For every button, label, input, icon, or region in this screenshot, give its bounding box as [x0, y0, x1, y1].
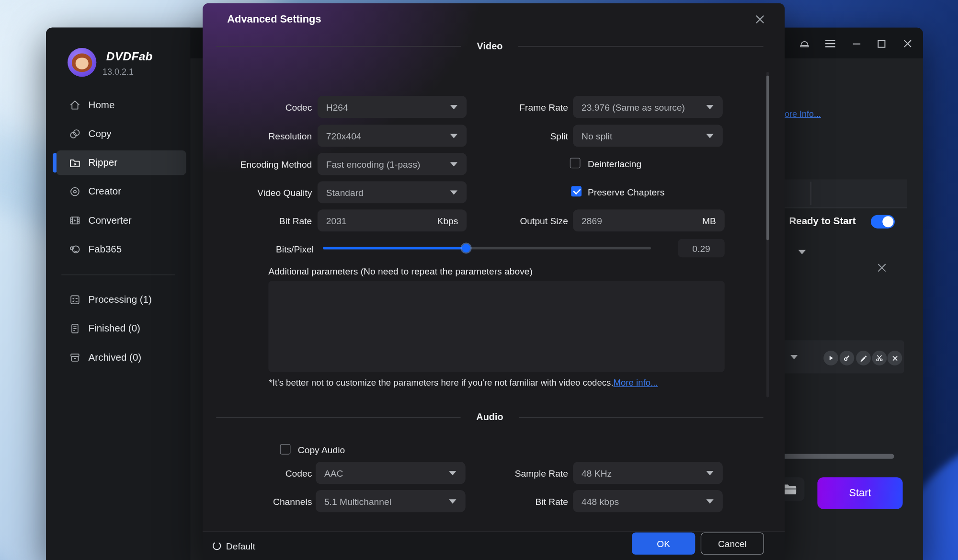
channels-select[interactable]: 5.1 Multichannel — [316, 490, 466, 512]
ripper-icon — [69, 157, 81, 169]
bitrate-input[interactable]: 2031Kbps — [318, 209, 467, 231]
codec-label: Codec — [221, 102, 312, 113]
bitrate-unit: Kbps — [437, 215, 458, 226]
video-quality-label: Video Quality — [221, 187, 312, 198]
additional-params-label: Additional parameters (No need to repeat… — [268, 266, 533, 276]
chevron-down-icon — [449, 499, 456, 503]
framerate-label: Frame Rate — [457, 102, 568, 113]
sidebar-item-copy[interactable]: Copy — [46, 122, 190, 146]
deinterlacing-checkbox[interactable] — [570, 158, 581, 168]
chevron-down-icon — [706, 134, 713, 138]
sample-rate-select[interactable]: 48 KHz — [573, 462, 723, 484]
processing-list-icon — [69, 294, 81, 306]
chevron-down-icon[interactable] — [790, 355, 798, 359]
resolution-label: Resolution — [221, 131, 312, 142]
sidebar: DVDFab 13.0.2.1 Home Copy Ripper Creator — [46, 28, 190, 560]
slider-thumb[interactable] — [462, 244, 470, 252]
preserve-chapters-checkbox[interactable] — [571, 186, 582, 196]
minimize-icon[interactable] — [851, 37, 863, 50]
output-size-label: Output Size — [457, 216, 568, 227]
dialog-title: Advanced Settings — [227, 13, 321, 26]
finished-doc-icon — [69, 322, 81, 335]
audio-section-title: Audio — [476, 411, 503, 423]
close-window-icon[interactable] — [901, 37, 914, 50]
default-reset-button[interactable]: Default — [211, 537, 255, 555]
edit-pencil-button[interactable] — [856, 351, 871, 366]
ok-button[interactable]: OK — [632, 533, 695, 555]
dialog-scrollbar[interactable] — [766, 72, 769, 397]
copy-audio-checkbox[interactable] — [280, 444, 291, 455]
codec-note: *It's better not to customize the parame… — [269, 377, 658, 388]
copy-audio-label: Copy Audio — [298, 445, 345, 455]
bits-pixel-slider[interactable] — [323, 247, 651, 249]
membership-crown-icon[interactable] — [798, 37, 811, 50]
ready-toggle[interactable] — [871, 215, 895, 229]
dialog-footer: Default OK Cancel — [203, 531, 785, 560]
sidebar-item-archived[interactable]: Archived (0) — [46, 345, 190, 370]
chevron-down-icon[interactable] — [798, 250, 806, 254]
video-section-title: Video — [477, 41, 503, 52]
dvdfab-logo — [68, 48, 96, 77]
sidebar-item-home[interactable]: Home — [46, 93, 190, 117]
codec-select[interactable]: H264 — [318, 96, 467, 118]
more-info-link[interactable]: More info... — [614, 377, 658, 388]
scrollbar-thumb[interactable] — [766, 76, 769, 240]
sidebar-item-creator[interactable]: Creator — [46, 179, 190, 204]
audio-bitrate-select[interactable]: 448 kbps — [573, 490, 723, 512]
chevron-down-icon — [450, 190, 457, 194]
video-quality-select[interactable]: Standard — [318, 181, 467, 203]
desktop: More Info... Ready to Start Sta — [0, 0, 958, 560]
ready-status-label: Ready to Start — [789, 216, 855, 227]
sample-rate-label: Sample Rate — [457, 468, 568, 479]
split-label: Split — [457, 131, 568, 142]
delete-x-button[interactable] — [888, 351, 902, 366]
converter-icon — [69, 214, 81, 227]
column-divider — [810, 182, 811, 205]
preview-play-button[interactable] — [823, 351, 838, 366]
deinterlacing-label: Deinterlacing — [588, 159, 641, 169]
reset-icon — [211, 540, 222, 551]
audio-codec-label: Codec — [221, 468, 312, 479]
bits-pixel-value[interactable]: 0.29 — [678, 239, 724, 257]
settings-wrench-button[interactable] — [840, 351, 855, 366]
trim-scissors-button[interactable] — [872, 351, 887, 366]
output-size-input[interactable]: 2869MB — [573, 209, 725, 231]
copy-icon — [69, 128, 81, 140]
encoding-method-label: Encoding Method — [221, 159, 312, 170]
video-section-divider: Video — [216, 41, 763, 51]
sidebar-divider — [61, 274, 175, 275]
audio-section-divider: Audio — [216, 412, 763, 422]
output-size-unit: MB — [702, 215, 716, 226]
chevron-down-icon — [706, 105, 713, 109]
chevron-down-icon — [450, 134, 457, 138]
chevron-down-icon — [449, 471, 456, 475]
preserve-chapters-label: Preserve Chapters — [588, 187, 664, 197]
start-button[interactable]: Start — [817, 477, 902, 509]
remove-item-icon[interactable] — [876, 262, 887, 273]
creator-icon — [69, 185, 81, 198]
chevron-down-icon — [450, 105, 457, 109]
sidebar-item-finished[interactable]: Finished (0) — [46, 316, 190, 341]
encoding-method-select[interactable]: Fast encoding (1-pass) — [318, 153, 467, 175]
sidebar-item-converter[interactable]: Converter — [46, 208, 190, 233]
close-dialog-icon[interactable] — [753, 12, 766, 26]
additional-params-textarea[interactable] — [268, 281, 725, 372]
chevron-down-icon — [706, 471, 713, 475]
sidebar-item-processing[interactable]: Processing (1) — [46, 287, 190, 312]
audio-codec-select[interactable]: AAC — [316, 462, 466, 484]
split-select[interactable]: No split — [573, 125, 723, 147]
menu-icon[interactable] — [824, 37, 837, 50]
maximize-icon[interactable] — [875, 37, 888, 50]
brand-name: DVDFab — [106, 50, 153, 63]
chevron-down-icon — [450, 162, 457, 166]
bitrate-label: Bit Rate — [221, 216, 312, 227]
archived-box-icon — [69, 351, 81, 364]
cancel-button[interactable]: Cancel — [701, 533, 764, 555]
sidebar-item-fab365[interactable]: Fab365 — [46, 237, 190, 262]
sidebar-item-ripper[interactable]: Ripper — [46, 150, 190, 175]
channels-label: Channels — [221, 496, 312, 507]
bits-pixel-label: Bits/Pixel — [221, 244, 314, 255]
resolution-select[interactable]: 720x404 — [318, 125, 467, 147]
slider-fill — [323, 247, 467, 249]
framerate-select[interactable]: 23.976 (Same as source) — [573, 96, 723, 118]
